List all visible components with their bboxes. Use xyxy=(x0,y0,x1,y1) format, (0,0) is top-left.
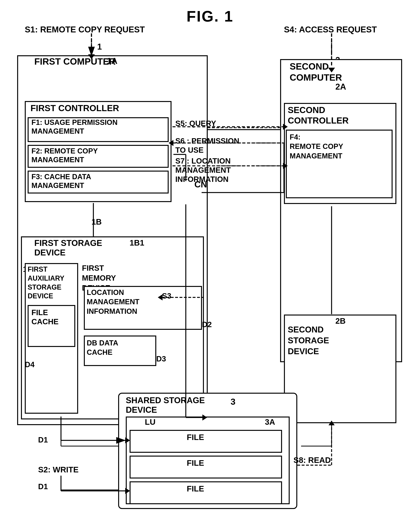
first-storage-id: 1B1 xyxy=(130,238,144,247)
num1-label: 1 xyxy=(97,42,102,52)
first-computer-id: 1A xyxy=(107,56,117,66)
file1-label: FILE xyxy=(187,433,204,442)
first-auxiliary-label: FIRSTAUXILIARYSTORAGEDEVICE xyxy=(28,265,64,301)
f1-label: F1: USAGE PERMISSIONMANAGEMENT xyxy=(31,118,118,136)
d1a-label: D1 xyxy=(38,436,48,444)
figure-title: FIG. 1 xyxy=(187,8,233,25)
second-storage-device-label: SECONDSTORAGEDEVICE xyxy=(288,324,329,357)
first-computer-label: FIRST COMPUTER xyxy=(34,56,116,67)
lu-label: LU xyxy=(145,418,156,427)
second-computer-label: SECONDCOMPUTER xyxy=(290,61,342,83)
first-storage-device-label: FIRST STORAGEDEVICE xyxy=(34,238,102,257)
s2-label: S2: WRITE xyxy=(38,465,79,474)
location-mgmt-label: LOCATIONMANAGEMENTINFORMATION xyxy=(87,288,140,316)
file2-box xyxy=(130,456,282,479)
second-controller-label: SECONDCONTROLLER xyxy=(288,105,349,126)
s1-label: S1: REMOTE COPY REQUEST xyxy=(25,25,145,34)
second-computer-id: 2A xyxy=(335,82,346,91)
1b-label: 1B xyxy=(91,217,102,227)
d1b-label: D1 xyxy=(38,482,48,491)
f2-label: F2: REMOTE COPYMANAGEMENT xyxy=(31,147,98,164)
s5-label: S5: QUERY xyxy=(175,119,216,128)
file3-label: FILE xyxy=(187,484,204,493)
file-cache-label: FILECACHE xyxy=(31,308,59,326)
first-controller-label: FIRST CONTROLLER xyxy=(30,103,119,113)
d4-label: D4 xyxy=(25,360,35,369)
shared-storage-num: 3 xyxy=(231,396,236,407)
db-data-cache-label: DB DATACACHE xyxy=(87,338,118,357)
second-storage-id: 2B xyxy=(335,316,346,326)
s3-label: S3 xyxy=(162,292,171,300)
s8-label: S8: READ xyxy=(293,456,331,465)
f3-label: F3: CACHE DATAMANAGEMENT xyxy=(31,173,91,190)
cn-label: CN xyxy=(194,179,207,190)
d3-label: D3 xyxy=(156,355,166,363)
f4-label: F4:REMOTE COPYMANAGEMENT xyxy=(290,132,343,161)
shared-storage-label: SHARED STORAGEDEVICE xyxy=(126,395,205,415)
d2-label: D2 xyxy=(202,320,212,329)
file1-box xyxy=(130,430,282,453)
s4-label: S4: ACCESS REQUEST xyxy=(284,25,377,34)
file3-box xyxy=(130,481,282,504)
lu-id: 3A xyxy=(265,418,275,427)
file2-label: FILE xyxy=(187,458,204,468)
s6-label: S6 : PERMISSIONTO USE xyxy=(175,136,239,155)
